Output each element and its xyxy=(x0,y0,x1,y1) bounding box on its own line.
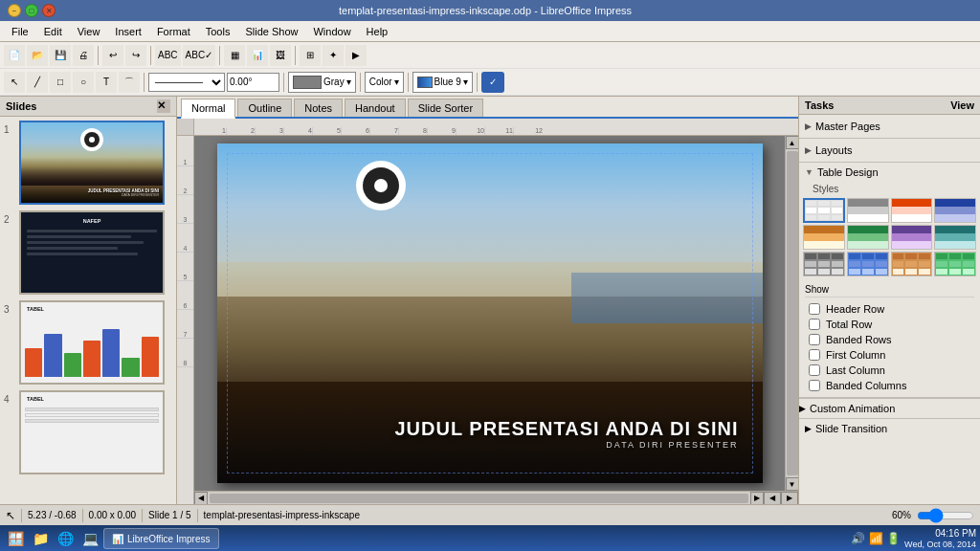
zoom-slider[interactable] xyxy=(917,511,974,520)
menu-format[interactable]: Format xyxy=(149,24,198,39)
spell-button[interactable]: ABC xyxy=(155,45,181,66)
last-column-label: Last Column xyxy=(826,364,885,376)
ellipse-tool[interactable]: ○ xyxy=(73,72,94,93)
tab-outline[interactable]: Outline xyxy=(237,99,292,117)
curve-tool[interactable]: ⌒ xyxy=(119,72,140,93)
undo-button[interactable]: ↩ xyxy=(102,45,123,66)
slide-thumb-3[interactable]: TABEL xyxy=(19,300,165,385)
style-cell-9[interactable] xyxy=(803,252,845,276)
scroll-left-button[interactable]: ◀ xyxy=(194,492,208,505)
first-column-checkbox[interactable] xyxy=(809,349,820,361)
canvas-column: 1 2 3 4 5 6 7 8 9 10 11 12 xyxy=(194,119,798,504)
h-scroll-thumb[interactable] xyxy=(210,494,748,503)
menu-edit[interactable]: Edit xyxy=(36,24,70,39)
layouts-toggle[interactable]: ▶ Layouts xyxy=(805,143,974,158)
prev-slide-button[interactable]: ◀ xyxy=(764,492,781,505)
scroll-right-button[interactable]: ▶ xyxy=(750,492,764,505)
text-tool[interactable]: T xyxy=(96,72,117,93)
slide-thumb-4[interactable]: TABEL xyxy=(19,390,165,474)
view-slide-button[interactable]: ✦ xyxy=(323,45,344,66)
color-scheme-label: Blue 9 xyxy=(434,77,461,87)
select-tool[interactable]: ↖ xyxy=(4,72,25,93)
custom-animation-toggle[interactable]: ▶ Custom Animation xyxy=(799,398,980,418)
v-scroll-thumb[interactable] xyxy=(787,151,798,475)
line-tool[interactable]: ╱ xyxy=(27,72,48,93)
tab-normal[interactable]: Normal xyxy=(181,99,235,119)
menu-file[interactable]: File xyxy=(4,24,36,39)
style-cell-3[interactable] xyxy=(891,198,933,223)
taskbar-right: 🔊 📶 🔋 04:16 PM Wed, Oct 08, 2014 xyxy=(851,527,976,551)
slide-thumb-1[interactable]: JUDUL PRESENTASI ANDA DI SINI DATA DIRI … xyxy=(19,121,165,205)
style-cell-1[interactable] xyxy=(803,198,845,223)
fill-color-selector[interactable]: Gray ▾ xyxy=(288,72,356,93)
rect-tool[interactable]: □ xyxy=(50,72,71,93)
minimize-button[interactable]: − xyxy=(8,4,21,17)
scroll-up-button[interactable]: ▲ xyxy=(786,136,799,149)
spellcheck-button[interactable]: ABC✓ xyxy=(183,45,216,66)
taskbar-impress-app[interactable]: 📊 LibreOffice Impress xyxy=(103,528,219,549)
taskbar-browser[interactable]: 🌐 xyxy=(54,527,77,550)
menu-view[interactable]: View xyxy=(70,24,108,39)
total-row-checkbox[interactable] xyxy=(809,319,820,330)
slide-item-3[interactable]: 3 TABEL xyxy=(4,300,172,385)
taskbar-terminal[interactable]: 💻 xyxy=(78,527,101,550)
banded-rows-checkbox[interactable] xyxy=(809,334,820,345)
apply-button[interactable]: ✓ xyxy=(481,72,504,93)
start-button[interactable]: 🪟 xyxy=(4,527,27,550)
last-column-checkbox[interactable] xyxy=(809,364,820,376)
tab-notes[interactable]: Notes xyxy=(294,99,343,117)
line-style-select[interactable]: ————— xyxy=(148,73,225,92)
insert-image-button[interactable]: 🖼 xyxy=(270,45,291,66)
color-scheme-dropdown-icon[interactable]: ▾ xyxy=(463,77,468,87)
style-cell-4[interactable] xyxy=(934,198,976,223)
table-design-toggle[interactable]: ▼ Table Design xyxy=(799,163,980,182)
style-cell-2[interactable] xyxy=(847,198,889,223)
tab-handout[interactable]: Handout xyxy=(345,99,406,117)
new-button[interactable]: 📄 xyxy=(4,45,25,66)
style-cell-7[interactable] xyxy=(891,225,933,250)
angle-input[interactable]: 0.00° xyxy=(227,73,279,92)
presentation-button[interactable]: ▶ xyxy=(345,45,367,66)
style-cell-8[interactable] xyxy=(934,225,976,250)
tab-slide-sorter[interactable]: Slide Sorter xyxy=(408,99,483,117)
close-button[interactable]: ✕ xyxy=(42,4,56,17)
style-cell-11[interactable] xyxy=(891,252,933,276)
next-slide-button[interactable]: ▶ xyxy=(781,492,798,505)
export-button[interactable]: 🖨 xyxy=(73,45,94,66)
style-cell-10[interactable] xyxy=(847,252,889,276)
open-button[interactable]: 📂 xyxy=(27,45,48,66)
style-cell-12[interactable] xyxy=(934,252,976,276)
slide-item-2[interactable]: 2 NAFЕР xyxy=(4,210,172,295)
master-pages-toggle[interactable]: ▶ Master Pages xyxy=(805,119,974,134)
maximize-button[interactable]: □ xyxy=(25,4,38,17)
redo-button[interactable]: ↪ xyxy=(125,45,146,66)
view-normal-button[interactable]: ⊞ xyxy=(300,45,321,66)
header-row-checkbox[interactable] xyxy=(809,303,820,315)
tasks-view-label[interactable]: View xyxy=(950,99,974,111)
insert-table-button[interactable]: ▦ xyxy=(224,45,245,66)
slide-item-4[interactable]: 4 TABEL xyxy=(4,390,172,474)
style-cell-5[interactable] xyxy=(803,225,845,250)
style-cell-6[interactable] xyxy=(847,225,889,250)
menu-help[interactable]: Help xyxy=(359,24,396,39)
color-mode-dropdown-icon[interactable]: ▾ xyxy=(394,77,399,87)
slide-transition-toggle[interactable]: ▶ Slide Transition xyxy=(799,418,980,438)
color-mode-selector[interactable]: Color ▾ xyxy=(365,72,404,93)
menu-tools[interactable]: Tools xyxy=(198,24,238,39)
slide-thumb-2[interactable]: NAFЕР xyxy=(19,210,165,295)
menu-window[interactable]: Window xyxy=(305,24,358,39)
slide-water xyxy=(571,273,763,323)
scroll-down-button[interactable]: ▼ xyxy=(786,477,799,491)
color-scheme-selector[interactable]: Blue 9 ▾ xyxy=(412,72,473,93)
fill-dropdown-icon[interactable]: ▾ xyxy=(346,77,351,87)
taskbar-files[interactable]: 📁 xyxy=(29,527,52,550)
menu-slideshow[interactable]: Slide Show xyxy=(237,24,305,39)
save-button[interactable]: 💾 xyxy=(50,45,71,66)
separator-9 xyxy=(477,73,478,92)
fill-color-box xyxy=(293,76,322,89)
banded-columns-checkbox[interactable] xyxy=(809,380,820,391)
insert-chart-button[interactable]: 📊 xyxy=(247,45,268,66)
slide-item-1[interactable]: 1 JUDUL PRESENTASI ANDA DI S xyxy=(4,121,172,205)
slides-close-button[interactable]: ✕ xyxy=(157,99,170,113)
menu-insert[interactable]: Insert xyxy=(107,24,149,39)
